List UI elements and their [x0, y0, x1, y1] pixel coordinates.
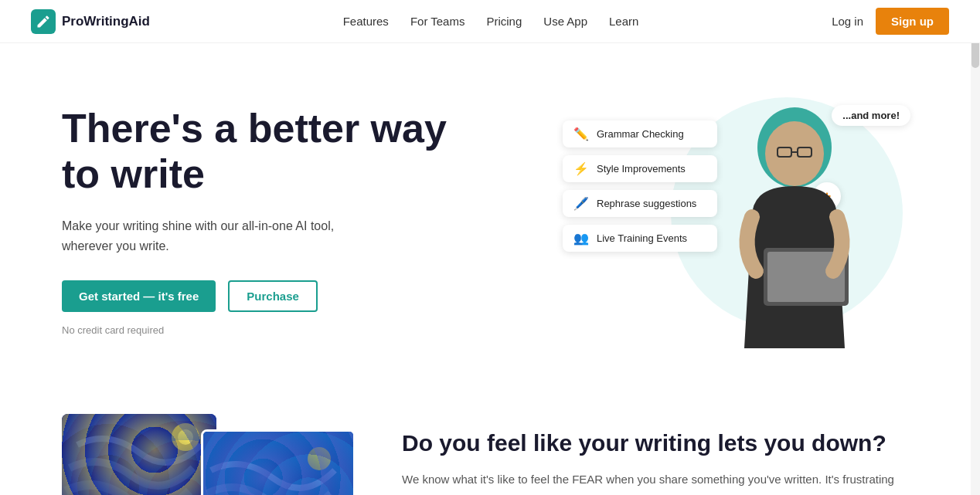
section2-text: Do you feel like your writing lets you d… [402, 414, 918, 495]
feature-card-rephrase: 🖊️ Rephrase suggestions [563, 190, 717, 217]
logo[interactable]: ProWritingAid [31, 9, 150, 34]
signup-button[interactable]: Sign up [876, 8, 949, 35]
purchase-button[interactable]: Purchase [228, 280, 318, 312]
nav-learn[interactable]: Learn [609, 15, 638, 28]
svg-point-9 [178, 429, 193, 445]
hero-left: There's a better way to write Make your … [62, 106, 448, 337]
painting-svg-overlay [203, 432, 356, 495]
section2-images: My idea in my head [62, 414, 356, 495]
rephrase-icon: 🖊️ [573, 196, 589, 211]
svg-point-12 [308, 447, 331, 470]
svg-rect-7 [62, 414, 216, 495]
logo-svg [36, 14, 51, 29]
hero-buttons: Get started — it's free Purchase [62, 280, 448, 312]
style-icon: ⚡ [573, 161, 589, 176]
scrollbar[interactable] [971, 0, 980, 495]
grammar-icon: ✏️ [573, 127, 589, 141]
logo-icon [31, 9, 56, 34]
nav-use-app[interactable]: Use App [543, 15, 587, 28]
feature-card-training: 👥 Live Training Events [563, 225, 717, 252]
person-svg [709, 93, 880, 348]
painting-card-main [62, 414, 216, 495]
feature-cards: ✏️ Grammar Checking ⚡ Style Improvements… [563, 120, 717, 252]
feature-card-grammar: ✏️ Grammar Checking [563, 120, 717, 147]
training-label: Live Training Events [597, 232, 687, 244]
section2-title: Do you feel like your writing lets you d… [402, 429, 918, 457]
hero-note: No credit card required [62, 324, 448, 336]
training-icon: 👥 [573, 231, 589, 246]
logo-text: ProWritingAid [62, 14, 150, 29]
login-link[interactable]: Log in [832, 15, 863, 28]
section2: My idea in my head Do you feel like your… [0, 383, 980, 495]
hero-person [709, 93, 880, 348]
svg-point-1 [765, 121, 824, 186]
hero-right: ...and more! + ✏️ Grammar Checking ⚡ Sty… [563, 90, 918, 352]
nav-actions: Log in Sign up [832, 8, 949, 35]
hero-subtitle: Make your writing shine with our all-in-… [62, 216, 356, 256]
style-label: Style Improvements [597, 163, 686, 175]
painting-svg-main [62, 414, 216, 495]
rephrase-label: Rephrase suggestions [597, 198, 696, 209]
grammar-label: Grammar Checking [597, 128, 684, 140]
hero-title: There's a better way to write [62, 106, 448, 198]
nav-for-teams[interactable]: For Teams [410, 15, 465, 28]
get-started-button[interactable]: Get started — it's free [62, 280, 216, 312]
navigation: ProWritingAid Features For Teams Pricing… [0, 0, 980, 43]
hero-section: There's a better way to write Make your … [0, 43, 980, 383]
section2-body: We know what it's like to feel the FEAR … [402, 470, 918, 495]
svg-rect-11 [203, 432, 356, 495]
nav-pricing[interactable]: Pricing [486, 15, 522, 28]
painting-card-overlay [201, 429, 356, 495]
svg-point-8 [172, 423, 199, 451]
feature-card-style: ⚡ Style Improvements [563, 155, 717, 182]
nav-features[interactable]: Features [343, 15, 389, 28]
nav-links: Features For Teams Pricing Use App Learn [343, 15, 639, 28]
